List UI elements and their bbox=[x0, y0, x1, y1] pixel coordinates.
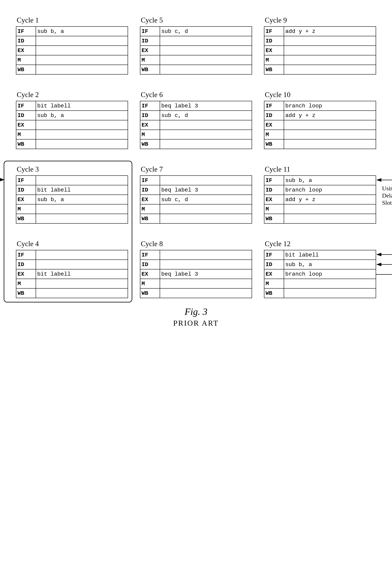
stage-ID-cycle1: ID bbox=[16, 36, 36, 46]
content-EX-cycle7: sub c, d bbox=[160, 195, 252, 204]
table-row: WB bbox=[140, 65, 252, 74]
content-M-cycle6 bbox=[160, 130, 252, 139]
stage-IF-cycle6: IF bbox=[140, 101, 160, 111]
content-M-cycle12 bbox=[284, 279, 376, 288]
content-WB-cycle4 bbox=[36, 288, 128, 298]
pipeline-table-cycle9: IFadd y + zIDEXMWB bbox=[264, 26, 376, 75]
content-WB-cycle5 bbox=[160, 65, 252, 74]
cycle-block-cycle4: Cycle 4IFIDEXbit labellMWB bbox=[16, 239, 128, 298]
content-IF-cycle6: beq label 3 bbox=[160, 101, 252, 111]
cycle-block-cycle12: Cycle 12IFbit labellIDsub b, aEXbranch l… bbox=[264, 239, 376, 298]
table-row: IF bbox=[140, 176, 252, 185]
content-IF-cycle8 bbox=[160, 250, 252, 260]
stage-WB-cycle10: WB bbox=[264, 139, 284, 149]
table-row: EX bbox=[16, 46, 128, 55]
content-IF-cycle12: bit labell bbox=[284, 250, 376, 260]
cycle-block-cycle2: Cycle 2IFbit labellIDsub b, aEXMWB bbox=[16, 90, 128, 149]
table-row: IF bbox=[16, 176, 128, 185]
stage-IF-cycle8: IF bbox=[140, 250, 160, 260]
content-EX-cycle3: sub b, a bbox=[36, 195, 128, 204]
cycle-title-cycle10: Cycle 10 bbox=[264, 90, 291, 99]
content-ID-cycle10: add y + z bbox=[284, 111, 376, 120]
pipeline-table-cycle12: IFbit labellIDsub b, aEXbranch loopMWB bbox=[264, 250, 376, 298]
content-EX-cycle2 bbox=[36, 120, 128, 130]
content-ID-cycle8 bbox=[160, 260, 252, 269]
table-row: IDsub b, a bbox=[264, 260, 376, 269]
cycle-title-cycle4: Cycle 4 bbox=[16, 239, 39, 248]
table-row: ID bbox=[16, 260, 128, 269]
content-M-cycle4 bbox=[36, 279, 128, 288]
table-row: WB bbox=[140, 288, 252, 298]
stage-M-cycle10: M bbox=[264, 130, 284, 139]
stage-EX-cycle2: EX bbox=[16, 120, 36, 130]
table-row: EXbit labell bbox=[16, 269, 128, 279]
table-row: M bbox=[140, 130, 252, 139]
content-WB-cycle6 bbox=[160, 139, 252, 149]
stage-IF-cycle10: IF bbox=[264, 101, 284, 111]
content-EX-cycle12: branch loop bbox=[284, 269, 376, 279]
cycle-block-cycle7: Cycle 7IFIDbeq label 3EXsub c, dMWB bbox=[140, 165, 252, 224]
content-M-cycle9 bbox=[284, 55, 376, 65]
stage-M-cycle4: M bbox=[16, 279, 36, 288]
pipeline-table-cycle8: IFIDEXbeq label 3MWB bbox=[140, 250, 252, 298]
content-WB-cycle3 bbox=[36, 214, 128, 224]
table-row: WB bbox=[140, 214, 252, 224]
table-row: EXadd y + z bbox=[264, 195, 376, 204]
content-ID-cycle3: bit labell bbox=[36, 185, 128, 195]
content-ID-cycle11: branch loop bbox=[284, 185, 376, 195]
stage-IF-cycle4: IF bbox=[16, 250, 36, 260]
table-row: IDadd y + z bbox=[264, 111, 376, 120]
content-M-cycle11 bbox=[284, 204, 376, 214]
content-ID-cycle12: sub b, a bbox=[284, 260, 376, 269]
stage-ID-cycle11: ID bbox=[264, 185, 284, 195]
stage-ID-cycle5: ID bbox=[140, 36, 160, 46]
content-WB-cycle8 bbox=[160, 288, 252, 298]
table-row: IFsub c, d bbox=[140, 27, 252, 36]
stage-WB-cycle1: WB bbox=[16, 65, 36, 74]
content-EX-cycle6 bbox=[160, 120, 252, 130]
stage-EX-cycle9: EX bbox=[264, 46, 284, 55]
stage-EX-cycle8: EX bbox=[140, 269, 160, 279]
table-row: WB bbox=[16, 139, 128, 149]
stage-M-cycle9: M bbox=[264, 55, 284, 65]
stage-EX-cycle11: EX bbox=[264, 195, 284, 204]
table-row: EX bbox=[140, 46, 252, 55]
table-row: ID bbox=[140, 260, 252, 269]
table-row: WB bbox=[140, 139, 252, 149]
table-row: M bbox=[140, 279, 252, 288]
content-WB-cycle2 bbox=[36, 139, 128, 149]
content-M-cycle5 bbox=[160, 55, 252, 65]
stage-IF-cycle1: IF bbox=[16, 27, 36, 36]
table-row: IDsub c, d bbox=[140, 111, 252, 120]
table-row: EX bbox=[264, 120, 376, 130]
prior-art-label: PRIOR ART bbox=[16, 319, 376, 328]
table-row: IFbit labell bbox=[264, 250, 376, 260]
content-IF-cycle9: add y + z bbox=[284, 27, 376, 36]
content-ID-cycle7: beq label 3 bbox=[160, 185, 252, 195]
stage-WB-cycle3: WB bbox=[16, 214, 36, 224]
table-row: WB bbox=[264, 139, 376, 149]
cycle-title-cycle7: Cycle 7 bbox=[140, 165, 163, 173]
stage-ID-cycle10: ID bbox=[264, 111, 284, 120]
table-row: EX bbox=[264, 46, 376, 55]
stage-ID-cycle2: ID bbox=[16, 111, 36, 120]
stage-ID-cycle6: ID bbox=[140, 111, 160, 120]
table-row: M bbox=[16, 130, 128, 139]
stage-EX-cycle5: EX bbox=[140, 46, 160, 55]
cycle-block-cycle3: Cycle 3IFIDbit labellEXsub b, aMWB bbox=[16, 165, 128, 224]
content-WB-cycle1 bbox=[36, 65, 128, 74]
table-row: EXsub b, a bbox=[16, 195, 128, 204]
content-IF-cycle1: sub b, a bbox=[36, 27, 128, 36]
stage-WB-cycle9: WB bbox=[264, 65, 284, 74]
stage-WB-cycle7: WB bbox=[140, 214, 160, 224]
content-WB-cycle11 bbox=[284, 214, 376, 224]
stage-WB-cycle5: WB bbox=[140, 65, 160, 74]
pipeline-table-cycle5: IFsub c, dIDEXMWB bbox=[140, 26, 252, 75]
content-EX-cycle9 bbox=[284, 46, 376, 55]
stage-EX-cycle3: EX bbox=[16, 195, 36, 204]
stage-EX-cycle12: EX bbox=[264, 269, 284, 279]
content-WB-cycle12 bbox=[284, 288, 376, 298]
table-row: M bbox=[264, 204, 376, 214]
cycle-title-cycle11: Cycle 11 bbox=[264, 165, 290, 173]
content-ID-cycle4 bbox=[36, 260, 128, 269]
